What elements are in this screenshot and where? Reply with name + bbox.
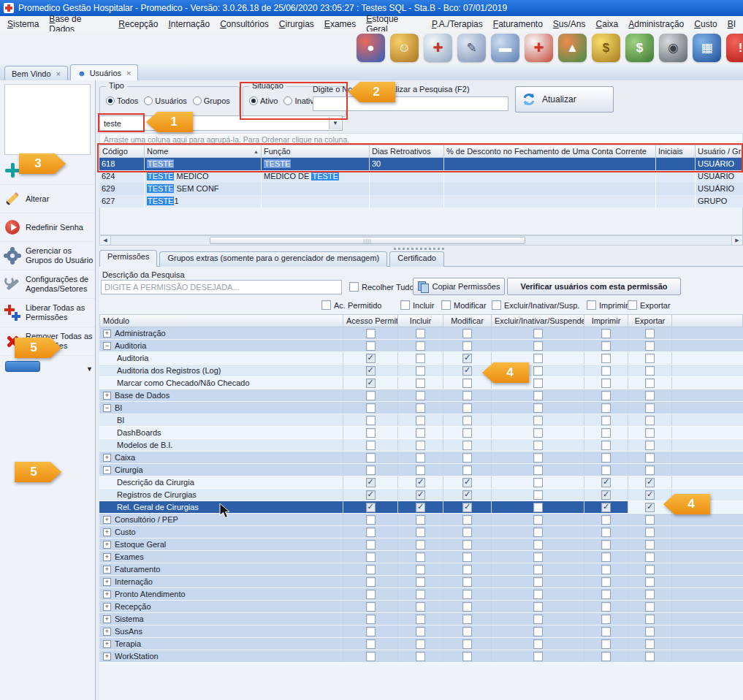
perm-checkbox-modificar[interactable] <box>462 366 472 376</box>
perm-checkbox-excluir-inativar-suspender[interactable] <box>533 403 543 413</box>
menu-item-custo[interactable]: Custo <box>689 18 722 31</box>
perm-checkbox-acesso-permitido[interactable] <box>366 341 376 351</box>
perm-checkbox-incluir[interactable] <box>416 515 425 525</box>
perm-checkbox-modificar[interactable] <box>462 503 472 512</box>
quick-check-imprimir[interactable]: Imprimir <box>587 300 628 310</box>
perm-checkbox-incluir[interactable] <box>416 416 425 425</box>
checkbox-icon[interactable] <box>349 282 359 292</box>
perm-checkbox-imprimir[interactable] <box>601 465 611 475</box>
expand-node-icon[interactable]: + <box>103 553 111 561</box>
perm-checkbox-exportar[interactable] <box>645 639 655 649</box>
menu-item-internacao[interactable]: Internação <box>163 18 215 31</box>
perm-checkbox-exportar[interactable] <box>645 577 655 587</box>
perm-column-modulo[interactable]: Módulo <box>99 314 343 327</box>
perm-row-modelos-de-b-i[interactable]: Modelos de B.I. <box>99 439 743 452</box>
perm-checkbox-acesso-permitido[interactable] <box>366 378 376 388</box>
close-tab-icon[interactable]: × <box>56 69 61 78</box>
perm-checkbox-excluir-inativar-suspender[interactable] <box>533 639 543 649</box>
expand-node-icon[interactable]: + <box>103 566 111 574</box>
perm-checkbox-imprimir[interactable] <box>601 403 611 413</box>
expand-node-icon[interactable]: + <box>103 516 111 524</box>
perm-checkbox-imprimir[interactable] <box>601 329 611 338</box>
checkbox-icon[interactable] <box>587 300 596 310</box>
perm-row-descricao-da-cirurgia[interactable]: Descrição da Cirurgia <box>99 476 743 489</box>
menu-item-p-a-terapias[interactable]: P.A./Terapias <box>427 18 488 31</box>
column-header-codigo[interactable]: Código <box>99 145 145 158</box>
perm-column-acesso-permitido[interactable]: Acesso Permitido <box>343 314 398 327</box>
sidebar-button-add-user-icon[interactable] <box>0 156 95 185</box>
column-header-dias-retroativos[interactable]: Dias Retroativos <box>370 145 444 158</box>
perm-checkbox-modificar[interactable] <box>462 615 472 624</box>
perm-checkbox-excluir-inativar-suspender[interactable] <box>533 366 543 376</box>
doctor-icon[interactable]: ✚ <box>424 34 452 62</box>
user-row-627[interactable]: 627TESTE1GRUPO <box>99 195 743 208</box>
tab-certificado[interactable]: Certificado <box>389 251 444 267</box>
scroll-right-icon[interactable]: ▶ <box>731 236 742 245</box>
replication-icon[interactable]: ● <box>357 34 385 62</box>
perm-checkbox-modificar[interactable] <box>462 565 472 574</box>
perm-column-exportar[interactable]: Exportar <box>628 314 672 327</box>
perm-checkbox-incluir[interactable] <box>416 602 425 612</box>
perm-checkbox-incluir[interactable] <box>416 627 425 636</box>
perm-row-administracao[interactable]: +Administração <box>99 327 743 340</box>
perm-row-auditoria[interactable]: −Auditoria <box>99 340 743 352</box>
perm-checkbox-acesso-permitido[interactable] <box>366 354 376 363</box>
collapse-node-icon[interactable]: − <box>103 342 111 350</box>
perm-column-imprimir[interactable]: Imprimir <box>584 314 628 327</box>
perm-checkbox-incluir[interactable] <box>416 354 425 363</box>
perm-checkbox-incluir[interactable] <box>416 329 425 338</box>
perm-column-modificar[interactable]: Modificar <box>443 314 492 327</box>
close-tab-icon[interactable]: × <box>126 69 131 77</box>
perm-checkbox-acesso-permitido[interactable] <box>366 416 376 425</box>
perm-checkbox-incluir[interactable] <box>416 465 425 475</box>
checkbox-icon[interactable] <box>321 300 331 310</box>
perm-checkbox-modificar[interactable] <box>462 428 472 438</box>
perm-checkbox-acesso-permitido[interactable] <box>366 565 376 574</box>
perm-checkbox-excluir-inativar-suspender[interactable] <box>533 465 543 475</box>
column-header-nome[interactable]: Nome▲ <box>145 145 262 158</box>
alert-icon[interactable]: ! <box>726 34 743 62</box>
perm-row-registros-de-cirurgias[interactable]: Registros de Cirurgias <box>99 489 743 501</box>
sidebar-button-configuracoes-de-agendas-setores[interactable]: Configurações de Agendas/Setores <box>0 270 95 299</box>
expand-node-icon[interactable]: + <box>103 640 111 648</box>
statistics-icon[interactable]: ▦ <box>693 34 721 62</box>
perm-checkbox-imprimir[interactable] <box>601 503 611 512</box>
perm-checkbox-modificar[interactable] <box>462 627 472 636</box>
perm-checkbox-excluir-inativar-suspender[interactable] <box>533 453 543 463</box>
perm-checkbox-acesso-permitido[interactable] <box>366 652 376 661</box>
expand-node-icon[interactable]: + <box>103 628 111 636</box>
perm-checkbox-imprimir[interactable] <box>601 416 611 425</box>
menu-item-faturamento[interactable]: Faturamento <box>488 18 548 31</box>
quick-check-modificar[interactable]: Modificar <box>441 300 487 310</box>
perm-checkbox-modificar[interactable] <box>462 403 472 413</box>
perm-checkbox-imprimir[interactable] <box>601 590 611 599</box>
menu-item-recepcao[interactable]: Recepção <box>113 18 163 31</box>
perm-checkbox-excluir-inativar-suspender[interactable] <box>533 329 543 338</box>
perm-row-auditoria[interactable]: Auditoria <box>99 352 743 365</box>
perm-checkbox-incluir[interactable] <box>416 577 425 587</box>
search-input[interactable] <box>313 96 508 111</box>
perm-checkbox-exportar[interactable] <box>645 441 655 450</box>
name-filter-combobox[interactable]: teste ▼ <box>99 115 343 131</box>
perm-checkbox-modificar[interactable] <box>462 354 472 363</box>
perm-checkbox-acesso-permitido[interactable] <box>366 490 376 500</box>
perm-checkbox-modificar[interactable] <box>462 329 472 338</box>
checkbox-icon[interactable] <box>628 300 637 310</box>
perm-checkbox-excluir-inativar-suspender[interactable] <box>533 565 543 574</box>
expand-node-icon[interactable]: + <box>103 528 111 536</box>
perm-checkbox-acesso-permitido[interactable] <box>366 403 376 413</box>
expand-node-icon[interactable]: + <box>103 615 111 623</box>
perm-checkbox-incluir[interactable] <box>416 366 425 376</box>
tab-permissoes[interactable]: Permissões <box>99 250 157 267</box>
perm-checkbox-imprimir[interactable] <box>601 453 611 463</box>
perm-checkbox-modificar[interactable] <box>462 465 472 475</box>
perm-checkbox-incluir[interactable] <box>416 652 425 661</box>
safe-icon[interactable]: ◉ <box>659 34 687 62</box>
perm-checkbox-acesso-permitido[interactable] <box>366 577 376 587</box>
perm-checkbox-acesso-permitido[interactable] <box>366 615 376 624</box>
perm-checkbox-incluir[interactable] <box>416 590 425 599</box>
perm-checkbox-imprimir[interactable] <box>601 615 611 624</box>
perm-checkbox-acesso-permitido[interactable] <box>366 428 376 438</box>
perm-checkbox-modificar[interactable] <box>462 391 472 400</box>
perm-checkbox-modificar[interactable] <box>462 441 472 450</box>
